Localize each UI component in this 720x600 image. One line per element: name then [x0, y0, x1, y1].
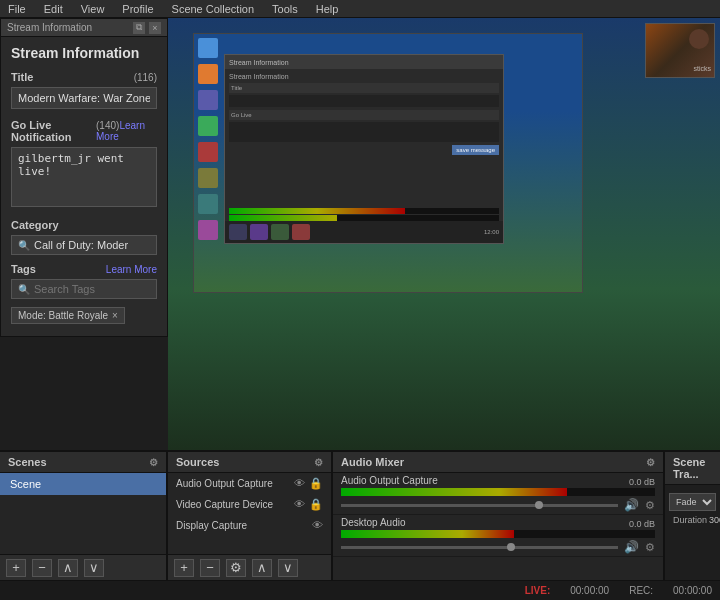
audio-settings-icon-0[interactable]: ⚙	[645, 499, 655, 512]
audio-tracks: Audio Output Capture 0.0 dB 🔊 ⚙ Deskto	[333, 473, 663, 580]
tags-field-label: Tags Learn More	[11, 263, 157, 275]
audio-panel-icon[interactable]: ⚙	[646, 457, 655, 468]
preview-screen-sim: Stream Information Stream Information Ti…	[193, 33, 583, 293]
sources-panel-icon[interactable]: ⚙	[314, 457, 323, 468]
go-live-field-label: Go Live Notification (140)Learn More	[11, 119, 157, 143]
preview-inner: Stream Information Stream Information Ti…	[168, 18, 720, 470]
source-item-audio-output[interactable]: Audio Output Capture 👁 🔒	[168, 473, 331, 494]
sources-toolbar: + − ⚙ ∧ ∨	[168, 554, 331, 580]
audio-meter-0	[341, 488, 655, 496]
volume-slider-thumb-0	[535, 501, 543, 509]
source-item-video-capture[interactable]: Video Capture Device 👁 🔒	[168, 494, 331, 515]
menu-view[interactable]: View	[77, 3, 109, 15]
audio-panel: Audio Mixer ⚙ Audio Output Capture 0.0 d…	[333, 452, 665, 580]
nested-obs-titlebar: Stream Information	[225, 55, 503, 69]
tags-search-wrapper[interactable]: 🔍	[11, 279, 157, 299]
duration-value: 300	[709, 515, 720, 525]
menu-tools[interactable]: Tools	[268, 3, 302, 15]
tags-search-icon: 🔍	[18, 284, 30, 295]
audio-panel-header: Audio Mixer ⚙	[333, 452, 663, 473]
stream-info-titlebar-text: Stream Information	[7, 22, 92, 33]
audio-meter-fill-0	[341, 488, 567, 496]
stream-info-panel: Stream Information ⧉ × Stream Informatio…	[0, 18, 168, 337]
scene-transitions-panel: Scene Tra... Fade Duration 300	[665, 452, 720, 580]
mute-icon-0[interactable]: 🔊	[624, 498, 639, 512]
category-search-icon: 🔍	[18, 240, 30, 251]
rec-label: REC:	[629, 585, 653, 596]
main-preview-area: Stream Information Stream Information Ti…	[168, 18, 720, 470]
menu-profile[interactable]: Profile	[118, 3, 157, 15]
category-field-label: Category	[11, 219, 157, 231]
sources-list: Audio Output Capture 👁 🔒 Video Capture D…	[168, 473, 331, 554]
rec-time: 00:00:00	[673, 585, 712, 596]
scenes-panel-header: Scenes ⚙	[0, 452, 166, 473]
audio-track-name-0: Audio Output Capture	[341, 475, 438, 486]
transitions-content: Fade Duration 300	[665, 485, 720, 529]
scenes-list: Scene	[0, 473, 166, 554]
scenes-up-button[interactable]: ∧	[58, 559, 78, 577]
preview-area: Stream Information Stream Information Ti…	[168, 18, 720, 470]
duration-row: Duration 300	[669, 515, 716, 525]
sources-panel: Sources ⚙ Audio Output Capture 👁 🔒 Video…	[168, 452, 333, 580]
desktop-sim: Stream Information Stream Information Ti…	[194, 34, 582, 292]
sources-panel-header: Sources ⚙	[168, 452, 331, 473]
category-search-wrapper[interactable]: 🔍	[11, 235, 157, 255]
audio-settings-icon-1[interactable]: ⚙	[645, 541, 655, 554]
audio-track-0: Audio Output Capture 0.0 dB 🔊 ⚙	[333, 473, 663, 515]
sources-settings-button[interactable]: ⚙	[226, 559, 246, 577]
source-lock-icon-0[interactable]: 🔒	[309, 477, 323, 490]
audio-db-0: 0.0 dB	[629, 477, 655, 487]
sources-down-button[interactable]: ∨	[278, 559, 298, 577]
title-char-count: (116)	[134, 72, 157, 83]
tags-search-input[interactable]	[34, 283, 150, 295]
nested-taskbar: 12:00	[225, 221, 503, 243]
menu-help[interactable]: Help	[312, 3, 343, 15]
scenes-remove-button[interactable]: −	[32, 559, 52, 577]
stream-info-content: Stream Information Title (116) Go Live N…	[1, 37, 167, 336]
undock-button[interactable]: ⧉	[133, 22, 145, 34]
volume-slider-0[interactable]	[341, 504, 618, 507]
stream-info-heading: Stream Information	[11, 45, 157, 61]
duration-label: Duration	[673, 515, 707, 525]
source-eye-icon-1[interactable]: 👁	[294, 498, 305, 511]
close-button[interactable]: ×	[149, 22, 161, 34]
source-eye-icon-0[interactable]: 👁	[294, 477, 305, 490]
sources-up-button[interactable]: ∧	[252, 559, 272, 577]
volume-slider-thumb-1	[507, 543, 515, 551]
scenes-toolbar: + − ∧ ∨	[0, 554, 166, 580]
source-item-display-capture[interactable]: Display Capture 👁	[168, 515, 331, 535]
source-lock-icon-1[interactable]: 🔒	[309, 498, 323, 511]
menu-edit[interactable]: Edit	[40, 3, 67, 15]
transition-type-select[interactable]: Fade	[669, 493, 716, 511]
scenes-panel: Scenes ⚙ Scene + − ∧ ∨	[0, 452, 168, 580]
category-input[interactable]	[34, 239, 150, 251]
tag-badge: Mode: Battle Royale ×	[11, 307, 125, 324]
scene-item[interactable]: Scene	[0, 473, 166, 495]
sources-add-button[interactable]: +	[174, 559, 194, 577]
mute-icon-1[interactable]: 🔊	[624, 540, 639, 554]
audio-meter-fill-1	[341, 530, 514, 538]
live-label: LIVE:	[525, 585, 551, 596]
source-eye-icon-2[interactable]: 👁	[312, 519, 323, 531]
tag-remove-button[interactable]: ×	[112, 310, 118, 321]
title-input[interactable]	[11, 87, 157, 109]
go-live-textarea[interactable]: gilbertm_jr went live!	[11, 147, 157, 207]
menu-bar: File Edit View Profile Scene Collection …	[0, 0, 720, 18]
tags-learn-more[interactable]: Learn More	[106, 264, 157, 275]
title-field-label: Title (116)	[11, 71, 157, 83]
nested-obs-window: Stream Information Stream Information Ti…	[224, 54, 504, 244]
menu-file[interactable]: File	[4, 3, 30, 15]
scenes-panel-icon[interactable]: ⚙	[149, 457, 158, 468]
audio-track-1: Desktop Audio 0.0 dB 🔊 ⚙	[333, 515, 663, 557]
webcam-overlay: sticks	[645, 23, 715, 78]
status-bar: LIVE: 00:00:00 REC: 00:00:00	[0, 580, 720, 600]
volume-slider-1[interactable]	[341, 546, 618, 549]
menu-scene-collection[interactable]: Scene Collection	[168, 3, 259, 15]
sources-remove-button[interactable]: −	[200, 559, 220, 577]
live-time: 00:00:00	[570, 585, 609, 596]
scenes-down-button[interactable]: ∨	[84, 559, 104, 577]
scenes-add-button[interactable]: +	[6, 559, 26, 577]
bottom-panels: Scenes ⚙ Scene + − ∧ ∨ Sources ⚙ Audio O…	[0, 450, 720, 580]
audio-track-name-1: Desktop Audio	[341, 517, 406, 528]
audio-meter-1	[341, 530, 655, 538]
